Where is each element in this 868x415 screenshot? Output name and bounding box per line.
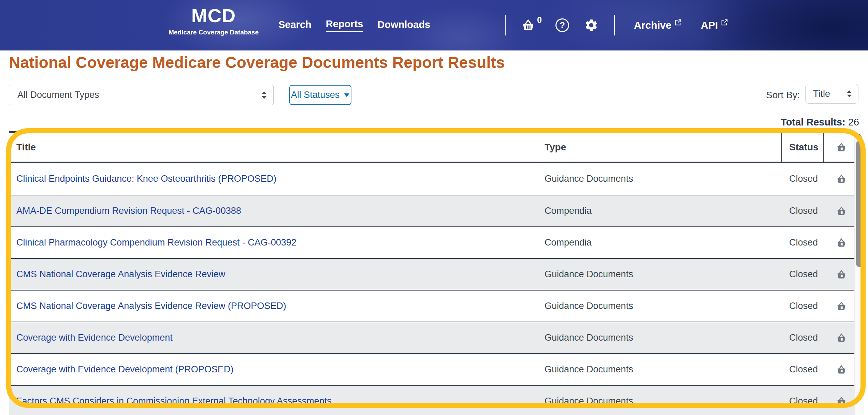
add-to-basket-icon[interactable] (836, 301, 847, 312)
logo-subtitle: Medicare Coverage Database (164, 29, 263, 36)
add-to-basket-icon[interactable] (836, 174, 847, 184)
title-cell: Clinical Pharmacology Compendium Revisio… (9, 237, 537, 248)
document-type: Compendia (537, 237, 782, 248)
external-link-icon (674, 19, 682, 26)
document-title-link[interactable]: Coverage with Evidence Development (16, 332, 173, 343)
document-title-link[interactable]: CMS National Coverage Analysis Evidence … (16, 301, 286, 311)
document-status: Closed (782, 364, 824, 375)
column-header-status[interactable]: Status (782, 133, 824, 162)
document-status: Closed (782, 332, 824, 343)
document-type-select[interactable]: All Document Types (9, 85, 274, 105)
basket-cell (824, 364, 859, 375)
document-title-link[interactable]: Coverage with Evidence Development (PROP… (16, 364, 233, 374)
sort-by-label: Sort By: (766, 90, 800, 101)
document-type: Compendia (537, 206, 782, 216)
document-status: Closed (782, 301, 824, 311)
document-type: Guidance Documents (537, 301, 782, 311)
basket-cell (824, 301, 859, 312)
nav-item-downloads[interactable]: Downloads (377, 19, 430, 32)
header-divider (505, 15, 506, 35)
document-status: Closed (782, 206, 824, 216)
basket-icon (521, 18, 536, 32)
column-header-basket[interactable] (824, 133, 859, 162)
external-link-icon (721, 19, 728, 26)
table-row: Coverage with Evidence Development (PROP… (9, 353, 859, 385)
site-header: MCD Medicare Coverage Database Search Re… (0, 0, 868, 50)
header-tools: 0 ? Archive (505, 0, 728, 50)
basket-cell (824, 332, 859, 343)
total-results-value: 26 (848, 117, 859, 128)
api-link[interactable]: API (701, 19, 728, 31)
sort-by-value: Title (813, 89, 830, 99)
document-type: Guidance Documents (537, 174, 782, 184)
archive-link[interactable]: Archive (634, 19, 682, 31)
document-status: Closed (782, 174, 824, 184)
add-to-basket-icon[interactable] (836, 332, 847, 343)
select-updown-icon (846, 89, 853, 99)
chevron-down-icon (344, 93, 350, 97)
help-button[interactable]: ? (555, 18, 569, 32)
table-row: CMS National Coverage Analysis Evidence … (9, 258, 859, 290)
basket-button[interactable]: 0 (521, 18, 540, 32)
document-type: Guidance Documents (537, 332, 782, 343)
document-status: Closed (782, 269, 824, 280)
table-row: Factors CMS Considers in Commissioning E… (9, 385, 859, 415)
mcd-report-results-page: MCD Medicare Coverage Database Search Re… (0, 0, 868, 415)
document-title-link[interactable]: Clinical Endpoints Guidance: Knee Osteoa… (16, 174, 276, 184)
mcd-logo[interactable]: MCD Medicare Coverage Database (164, 6, 263, 36)
add-to-basket-icon[interactable] (836, 396, 847, 407)
nav-item-search[interactable]: Search (278, 19, 312, 32)
help-icon: ? (555, 18, 569, 32)
scrollbar[interactable] (854, 131, 864, 415)
document-title-link[interactable]: AMA-DE Compendium Revision Request - CAG… (16, 206, 241, 216)
scrollbar-up-arrow[interactable] (856, 134, 863, 138)
status-filter-value: All Statuses (291, 90, 340, 100)
scrollbar-thumb[interactable] (856, 141, 862, 267)
document-type: Guidance Documents (537, 364, 782, 375)
basket-icon (836, 142, 847, 153)
basket-cell (824, 396, 859, 407)
document-type: Guidance Documents (537, 269, 782, 280)
add-to-basket-icon[interactable] (836, 364, 847, 375)
basket-cell (824, 269, 859, 280)
document-title-link[interactable]: CMS National Coverage Analysis Evidence … (16, 269, 225, 279)
gear-icon (584, 18, 598, 32)
total-results-label: Total Results: (781, 117, 845, 128)
header-divider (614, 15, 615, 35)
archive-link-label: Archive (634, 19, 671, 31)
document-type-value: All Document Types (17, 90, 99, 100)
table-row: Coverage with Evidence Development Guida… (9, 322, 859, 353)
results-table-header: Title Type Status (9, 131, 859, 163)
logo-title: MCD (164, 6, 263, 25)
basket-cell (824, 237, 859, 248)
add-to-basket-icon[interactable] (836, 269, 847, 280)
column-header-type[interactable]: Type (537, 133, 782, 162)
table-row: AMA-DE Compendium Revision Request - CAG… (9, 195, 859, 226)
results-table: Title Type Status Clinical Endpoints Gui… (9, 131, 859, 415)
nav-item-reports[interactable]: Reports (326, 18, 363, 32)
add-to-basket-icon[interactable] (836, 237, 847, 248)
sort-by-select[interactable]: Title (805, 84, 858, 104)
column-header-title[interactable]: Title (9, 133, 537, 162)
document-title-link[interactable]: Factors CMS Considers in Commissioning E… (16, 396, 332, 406)
basket-cell (824, 206, 859, 217)
document-type: Guidance Documents (537, 396, 782, 406)
page-title: National Coverage Medicare Coverage Docu… (9, 53, 848, 72)
title-cell: Clinical Endpoints Guidance: Knee Osteoa… (9, 174, 537, 184)
status-filter-button[interactable]: All Statuses (289, 85, 351, 105)
document-status: Closed (782, 396, 824, 406)
title-cell: Factors CMS Considers in Commissioning E… (9, 396, 537, 406)
title-cell: AMA-DE Compendium Revision Request - CAG… (9, 206, 537, 216)
title-cell: CMS National Coverage Analysis Evidence … (9, 269, 537, 280)
settings-button[interactable] (584, 18, 598, 32)
document-status: Closed (782, 237, 824, 248)
title-cell: Coverage with Evidence Development (PROP… (9, 364, 537, 375)
document-title-link[interactable]: Clinical Pharmacology Compendium Revisio… (16, 237, 296, 248)
table-row: Clinical Pharmacology Compendium Revisio… (9, 226, 859, 258)
title-cell: Coverage with Evidence Development (9, 332, 537, 343)
basket-cell (824, 174, 859, 184)
add-to-basket-icon[interactable] (836, 206, 847, 217)
basket-count-badge: 0 (537, 15, 542, 25)
title-cell: CMS National Coverage Analysis Evidence … (9, 301, 537, 311)
results-table-body: Clinical Endpoints Guidance: Knee Osteoa… (9, 163, 859, 415)
